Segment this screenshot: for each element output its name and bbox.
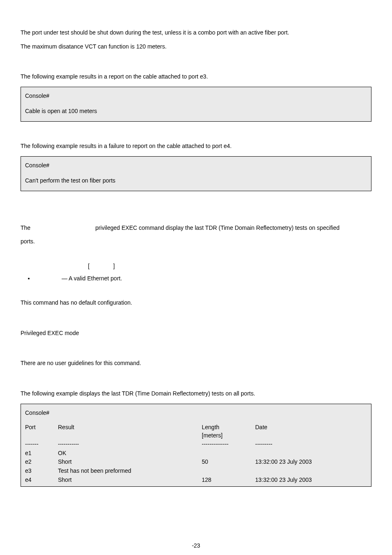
console-prompt: Console# — [25, 92, 367, 100]
length-header-l1: Length — [202, 423, 255, 432]
page-number: -23 — [0, 542, 392, 550]
bullet-icon: ▪ — [21, 275, 37, 283]
command-description: The privileged EXEC command display the … — [21, 224, 371, 232]
divider: ----------- — [58, 440, 202, 449]
divider: ------- — [25, 440, 58, 449]
tdr-result-table: Port Result Length [meters] Date -------… — [25, 423, 367, 484]
cell-port: e3 — [25, 467, 58, 475]
table-divider-row: ------- ----------- -------------- -----… — [25, 440, 367, 449]
syntax-line: [ ] — [21, 262, 371, 271]
body-paragraph: The maximum disatance VCT can function i… — [21, 43, 371, 51]
col-header-length: Length [meters] — [202, 423, 255, 439]
user-guidelines: There are no user guidelines for this co… — [21, 359, 371, 368]
example-lead: The following example results in a failu… — [21, 142, 371, 150]
table-row: e4 Short 128 13:32:00 23 July 2003 — [25, 476, 367, 484]
console-output-line: Can't perform the test on fiber ports — [25, 177, 367, 185]
console-output-box: Console# Cable is open at 100 meters — [21, 87, 371, 122]
cell-length: 50 — [202, 458, 255, 466]
parameter-text: — A valid Ethernet port. — [62, 275, 122, 283]
cell-result: Test has not been preformed — [58, 467, 202, 475]
bracket-open: [ — [88, 263, 90, 269]
cell-result: OK — [58, 449, 202, 458]
cell-date — [255, 449, 367, 458]
desc-text: privileged EXEC command display the last… — [95, 224, 339, 231]
cell-port: e2 — [25, 458, 58, 466]
table-row: e3 Test has not been preformed — [25, 467, 367, 475]
col-header-result: Result — [58, 423, 202, 439]
divider: --------- — [255, 440, 367, 449]
desc-text: ports. — [21, 238, 371, 246]
table-row: e1 OK — [25, 449, 367, 458]
example-lead: The following example results in a repor… — [21, 73, 371, 81]
cell-length — [202, 467, 255, 475]
cell-date: 13:32:00 23 July 2003 — [255, 458, 367, 466]
console-output-box: Console# Can't perform the test on fiber… — [21, 156, 371, 191]
col-header-port: Port — [25, 423, 58, 439]
divider: -------------- — [202, 440, 255, 449]
desc-text: The — [21, 224, 30, 231]
bracket-close: ] — [113, 263, 115, 269]
cell-result: Short — [58, 458, 202, 466]
example-lead: The following example displays the last … — [21, 390, 371, 398]
parameter-bullet: ▪ — A valid Ethernet port. — [21, 275, 371, 283]
length-header-l2: [meters] — [202, 432, 255, 440]
cell-date — [255, 467, 367, 475]
col-header-date: Date — [255, 423, 367, 439]
table-row: e2 Short 50 13:32:00 23 July 2003 — [25, 458, 367, 466]
console-output-box: Console# Port Result Length [meters] Dat… — [21, 404, 371, 487]
cell-date: 13:32:00 23 July 2003 — [255, 476, 367, 484]
command-mode: Privileged EXEC mode — [21, 329, 371, 338]
cell-port: e1 — [25, 449, 58, 458]
console-output-line: Cable is open at 100 meters — [25, 107, 367, 116]
console-prompt: Console# — [25, 162, 367, 170]
table-header-row: Port Result Length [meters] Date — [25, 423, 367, 439]
console-prompt: Console# — [25, 409, 367, 417]
cell-length — [202, 449, 255, 458]
body-paragraph: The port under test should be shut down … — [21, 29, 371, 37]
default-config: This command has no default configuratio… — [21, 299, 371, 307]
cell-result: Short — [58, 476, 202, 484]
cell-length: 128 — [202, 476, 255, 484]
cell-port: e4 — [25, 476, 58, 484]
